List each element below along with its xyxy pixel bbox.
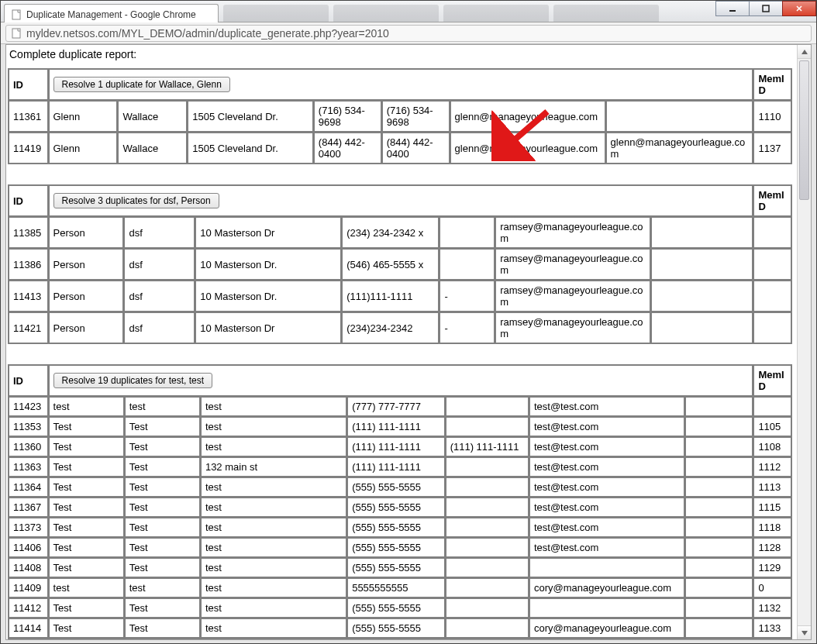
cell-ln: Wallace	[118, 101, 187, 132]
table-row: 11406TestTesttest(555) 555-5555test@test…	[9, 538, 791, 557]
cell-mem: 1113	[753, 477, 791, 497]
cell-mem: 1110	[753, 101, 791, 132]
col-header-id: ID	[9, 365, 48, 396]
table-row: 11423testtesttest(777) 777-7777test@test…	[9, 397, 791, 416]
table-row: 11353TestTesttest(111) 111-1111test@test…	[9, 417, 791, 436]
cell-addr: test	[201, 538, 346, 557]
cell-ph1: 5555555555	[347, 578, 445, 598]
svg-marker-8	[801, 631, 808, 635]
table-row: 11408TestTesttest(555) 555-55551129	[9, 558, 791, 577]
cell-mem: 1128	[753, 538, 791, 557]
cell-fn: Test	[49, 417, 124, 436]
cell-fn: Glenn	[49, 101, 118, 132]
cell-fn: Test	[49, 618, 124, 638]
cell-em2	[685, 397, 753, 416]
cell-ln: Test	[125, 558, 200, 577]
cell-fn: Test	[49, 498, 124, 517]
resolve-button[interactable]: Resolve 19 duplicates for test, test	[53, 373, 212, 388]
cell-ph2	[446, 477, 529, 497]
cell-ph2	[446, 578, 529, 598]
cell-mem: 1133	[753, 618, 791, 638]
cell-mem: 0	[753, 578, 791, 598]
cell-em2	[685, 618, 753, 638]
close-icon	[795, 4, 804, 13]
table-row: 11367TestTesttest(555) 555-5555test@test…	[9, 498, 791, 517]
table-row: 11422TestTesttest(555) 555-5555cory@mana…	[9, 639, 791, 639]
cell-em2	[685, 639, 753, 639]
scroll-down-button[interactable]	[798, 625, 811, 639]
vertical-scrollbar[interactable]	[797, 45, 811, 639]
browser-tab-inactive[interactable]	[333, 5, 439, 22]
chrome-window: Duplicate Management - Google Chrome	[0, 0, 817, 644]
window-minimize-button[interactable]	[715, 1, 750, 16]
cell-em1: cory@manageyourleague.com	[529, 618, 684, 638]
cell-em2	[685, 598, 753, 618]
col-header-memid: MemID	[753, 365, 791, 396]
scroll-up-button[interactable]	[798, 45, 811, 59]
scrollbar-thumb[interactable]	[799, 60, 809, 200]
cell-id: 11363	[9, 457, 48, 477]
cell-ph1: (555) 555-5555	[347, 538, 445, 557]
cell-ln: Test	[125, 457, 200, 477]
cell-addr: test	[201, 437, 346, 456]
cell-id: 11385	[9, 217, 48, 248]
cell-em1: test@test.com	[529, 437, 684, 456]
cell-ln: Test	[125, 618, 200, 638]
browser-tab-inactive[interactable]	[443, 5, 549, 22]
cell-ph2: (111) 111-1111	[446, 437, 529, 456]
cell-fn: Test	[49, 457, 124, 477]
cell-ln: dsf	[124, 249, 195, 280]
address-bar: myldev.netsos.com/MYL_DEMO/admin/duplica…	[1, 22, 816, 44]
duplicate-table: IDResolve 19 duplicates for test, testMe…	[8, 364, 792, 639]
table-row: 11419GlennWallace1505 Cleveland Dr.(844)…	[9, 133, 791, 164]
cell-ph2: -	[440, 281, 495, 312]
cell-addr: test	[201, 477, 346, 497]
cell-id: 11364	[9, 477, 48, 497]
cell-id: 11361	[9, 101, 48, 132]
resolve-button[interactable]: Resolve 3 duplicates for dsf, Person	[53, 193, 219, 208]
svg-marker-7	[801, 50, 808, 54]
browser-tab-inactive[interactable]	[223, 5, 329, 22]
browser-tab-active[interactable]: Duplicate Management - Google Chrome	[4, 4, 219, 22]
window-close-button[interactable]	[782, 1, 816, 16]
cell-ln: dsf	[124, 217, 195, 248]
col-header-memid: MemID	[753, 185, 791, 216]
table-row: 11360TestTesttest(111) 111-1111(111) 111…	[9, 437, 791, 456]
cell-addr: 1505 Cleveland Dr.	[188, 133, 313, 164]
cell-ph1: (844) 442-0400	[314, 133, 381, 164]
cell-id: 11412	[9, 598, 48, 618]
cell-fn: Glenn	[49, 133, 118, 164]
browser-tab-inactive[interactable]	[553, 5, 659, 22]
cell-ph2: (716) 534-9698	[382, 101, 450, 132]
cell-id: 11421	[9, 312, 48, 343]
cell-ph1: (555) 555-5555	[347, 498, 445, 517]
cell-mem	[753, 312, 791, 343]
cell-em2	[685, 578, 753, 598]
cell-ph1: (777) 777-7777	[347, 397, 445, 416]
cell-ph2	[446, 498, 529, 517]
table-row: 11363TestTest132 main st(111) 111-1111te…	[9, 457, 791, 477]
window-maximize-button[interactable]	[749, 1, 783, 16]
cell-ph2	[440, 217, 495, 248]
duplicate-table: IDResolve 3 duplicates for dsf, PersonMe…	[8, 184, 792, 344]
svg-rect-2	[763, 5, 769, 12]
cell-addr: test	[201, 518, 346, 537]
window-controls	[716, 1, 816, 16]
svg-rect-1	[729, 10, 736, 12]
cell-fn: Test	[49, 437, 124, 456]
resolve-button[interactable]: Resolve 1 duplicate for Wallace, Glenn	[53, 77, 230, 92]
cell-ln: Test	[125, 437, 200, 456]
cell-em2	[606, 101, 753, 132]
url-input[interactable]: myldev.netsos.com/MYL_DEMO/admin/duplica…	[5, 25, 812, 42]
minimize-icon	[728, 4, 737, 13]
cell-ph1: (111) 111-1111	[347, 437, 445, 456]
cell-ln: dsf	[124, 312, 195, 343]
cell-ph2	[446, 417, 529, 436]
cell-mem	[753, 281, 791, 312]
cell-addr: test	[201, 618, 346, 638]
cell-ph2	[446, 618, 529, 638]
cell-addr: test	[201, 578, 346, 598]
cell-em1: test@test.com	[529, 498, 684, 517]
cell-addr: 10 Masterson Dr.	[195, 249, 341, 280]
col-header-id: ID	[9, 185, 48, 216]
